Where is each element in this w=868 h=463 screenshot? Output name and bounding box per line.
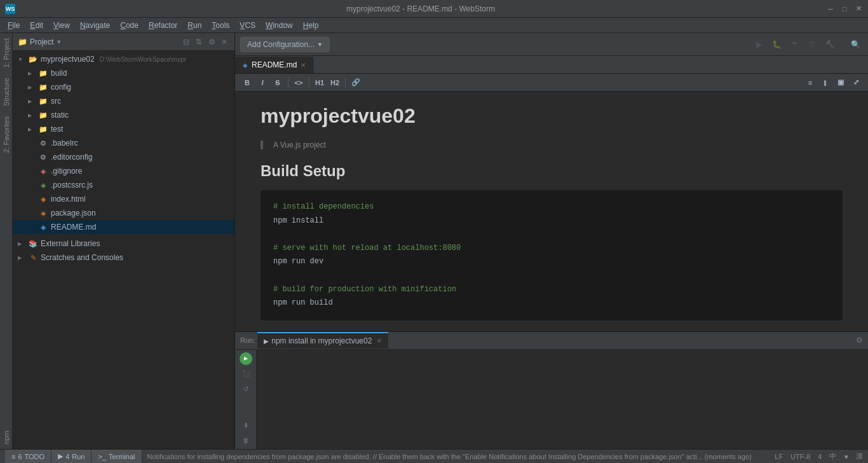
statusbar: ≡ 6 TODO ▶ 4 Run >_ Terminal Notificatio… <box>0 449 868 463</box>
menu-view[interactable]: View <box>48 20 75 31</box>
readme-tab-close[interactable]: ✕ <box>301 62 306 69</box>
src-arrow: ▶ <box>28 99 36 104</box>
postcssrc-icon: ◈ <box>38 181 48 190</box>
tree-item-static[interactable]: ▶ 📁 static <box>13 108 234 122</box>
run-clear-button[interactable]: 🗑 <box>240 434 252 446</box>
menu-code[interactable]: Code <box>115 20 144 31</box>
menu-file[interactable]: File <box>3 20 25 31</box>
md-italic-button[interactable]: I <box>255 76 269 90</box>
static-arrow: ▶ <box>28 113 36 118</box>
run-play-button[interactable]: ▶ <box>240 352 252 365</box>
md-h2-button[interactable]: H2 <box>328 76 342 90</box>
npm-tab-close[interactable]: ✕ <box>377 338 382 344</box>
tree-item-packagejson[interactable]: ▶ ◈ package.json <box>13 206 234 220</box>
profile-button[interactable]: ⏱ <box>804 37 820 52</box>
coverage-button[interactable]: ☂ <box>787 37 802 52</box>
tab-readme[interactable]: ◈ README.md ✕ <box>235 57 314 73</box>
scroll-to-icon[interactable]: ⇅ <box>194 38 204 46</box>
project-header-left: 📁 Project ▼ <box>18 38 62 46</box>
readme-label: README.md <box>51 223 96 232</box>
menu-vcs[interactable]: VCS <box>234 20 261 31</box>
markdown-toolbar: B I S <> H1 H2 🔗 ≡ ⫿ ▣ ⤢ <box>235 74 868 92</box>
todo-button[interactable]: ≡ 6 TODO <box>5 450 51 464</box>
menu-help[interactable]: Help <box>298 20 324 31</box>
root-arrow: ▼ <box>18 57 25 62</box>
tree-item-test[interactable]: ▶ 📁 test <box>13 122 234 136</box>
code-cmd-3: npm run build <box>273 298 333 307</box>
run-tool-button[interactable]: ▶ 4 Run <box>51 450 92 464</box>
tree-item-readme[interactable]: ▶ ◈ README.md <box>13 220 234 234</box>
md-separator-2 <box>309 78 309 88</box>
test-folder-icon: 📁 <box>38 125 48 134</box>
run-stop-button[interactable]: ⬛ <box>240 368 252 380</box>
run-scroll-down-button[interactable]: ⬇ <box>240 418 252 431</box>
md-strikethrough-button[interactable]: S <box>271 76 285 90</box>
tree-item-scratches[interactable]: ▶ ✎ Scratches and Consoles <box>13 251 234 265</box>
gear-icon[interactable]: ⚙ <box>207 38 217 46</box>
run-button[interactable]: ▶ <box>751 37 766 52</box>
tree-item-src[interactable]: ▶ 📁 src <box>13 94 234 108</box>
debug-button[interactable]: 🐛 <box>769 37 784 52</box>
sidebar-item-project[interactable]: 1: Project <box>1 33 12 73</box>
tree-item-babelrc[interactable]: ▶ ⚙ .babelrc <box>13 136 234 150</box>
editor-area: Add Configuration... ▼ ▶ 🐛 ☂ ⏱ 🔨 🔍 ◈ REA… <box>235 33 868 449</box>
menu-run[interactable]: Run <box>182 20 207 31</box>
chevron-down-icon[interactable]: ▼ <box>56 39 62 45</box>
build-label: build <box>51 69 67 78</box>
tree-item-external-libraries[interactable]: ▶ 📚 External Libraries <box>13 237 234 251</box>
sidebar-item-structure[interactable]: Structure <box>1 73 12 111</box>
sidebar-item-favorites[interactable]: 2: Favorites <box>1 111 12 158</box>
readme-icon: ◈ <box>38 223 48 232</box>
minimize-button[interactable]: ─ <box>826 4 835 13</box>
close-button[interactable]: ✕ <box>854 4 863 13</box>
collapse-all-icon[interactable]: ⊟ <box>181 38 191 46</box>
menu-edit[interactable]: Edit <box>25 20 48 31</box>
md-bold-button[interactable]: B <box>240 76 254 90</box>
search-everywhere-button[interactable]: 🔍 <box>848 37 863 52</box>
md-split-view-button[interactable]: ⫿ <box>818 76 832 90</box>
tree-item-postcssrc[interactable]: ▶ ◈ .postcssrc.js <box>13 178 234 192</box>
tree-item-indexhtml[interactable]: ▶ ◈ index.html <box>13 192 234 206</box>
menu-window[interactable]: Window <box>261 20 298 31</box>
babelrc-label: .babelrc <box>51 139 78 148</box>
encoding-indicator[interactable]: UTF-8 <box>790 453 810 460</box>
menu-navigate[interactable]: Navigate <box>75 20 115 31</box>
readme-tab-icon: ◈ <box>243 62 248 69</box>
bottom-tab-npm-install[interactable]: ▶ npm install in myprojectvue02 ✕ <box>257 332 388 349</box>
md-separator-1 <box>288 78 288 88</box>
build-button[interactable]: 🔨 <box>822 37 837 52</box>
close-panel-icon[interactable]: ✕ <box>219 38 229 46</box>
main-layout: 1: Project Structure 2: Favorites npm 📁 … <box>0 33 868 449</box>
build-arrow: ▶ <box>28 71 36 76</box>
maximize-button[interactable]: □ <box>840 4 849 13</box>
md-separator-3 <box>345 78 346 88</box>
md-view-source-button[interactable]: ≡ <box>803 76 817 90</box>
config-label: config <box>51 83 71 92</box>
config-folder-icon: 📁 <box>38 83 48 92</box>
notification-text: Notifications for installing dependencie… <box>147 453 752 460</box>
run-rerun-button[interactable]: ↺ <box>240 383 252 396</box>
indent-indicator[interactable]: 4 <box>818 453 822 460</box>
menu-refactor[interactable]: Refactor <box>144 20 182 31</box>
src-folder-icon: 📁 <box>38 97 48 106</box>
bottom-settings-button[interactable]: ⚙ <box>856 336 863 345</box>
md-link-button[interactable]: 🔗 <box>349 76 363 90</box>
md-preview-button[interactable]: ▣ <box>834 76 848 90</box>
tree-root[interactable]: ▼ 📂 myprojectvue02 D:\WebStormWorkSpace\… <box>13 52 234 66</box>
tree-item-gitignore[interactable]: ▶ ◈ .gitignore <box>13 164 234 178</box>
indexhtml-icon: ◈ <box>38 195 48 204</box>
folder-icon: 📁 <box>18 38 27 46</box>
lang-indicator[interactable]: 中 <box>829 452 836 461</box>
tree-item-config[interactable]: ▶ 📁 config <box>13 80 234 94</box>
md-h1-button[interactable]: H1 <box>313 76 327 90</box>
line-ending-indicator[interactable]: LF <box>775 453 783 460</box>
sidebar-item-npm[interactable]: npm <box>1 425 12 449</box>
md-fullscreen-button[interactable]: ⤢ <box>849 76 863 90</box>
terminal-button[interactable]: >_ Terminal <box>92 450 142 464</box>
code-cmd-1: npm install <box>273 216 323 225</box>
tree-item-editorconfig[interactable]: ▶ ⚙ .editorconfig <box>13 150 234 164</box>
menu-tools[interactable]: Tools <box>207 20 234 31</box>
tree-item-build[interactable]: ▶ 📁 build <box>13 66 234 80</box>
add-configuration-button[interactable]: Add Configuration... ▼ <box>240 37 330 52</box>
md-code-button[interactable]: <> <box>292 76 306 90</box>
